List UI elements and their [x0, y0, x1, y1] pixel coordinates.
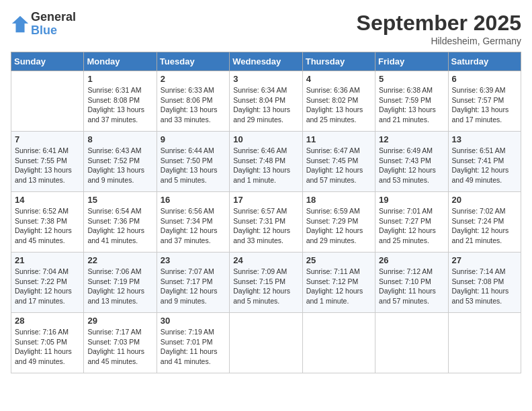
day-number: 28	[15, 316, 80, 326]
day-number: 5	[379, 74, 444, 84]
week-row-5: 28Sunrise: 7:16 AMSunset: 7:05 PMDayligh…	[11, 313, 521, 373]
week-row-2: 7Sunrise: 6:41 AMSunset: 7:55 PMDaylight…	[11, 132, 521, 192]
calendar-cell: 21Sunrise: 7:04 AMSunset: 7:22 PMDayligh…	[11, 253, 84, 313]
calendar-cell	[302, 313, 375, 373]
calendar-cell: 9Sunrise: 6:44 AMSunset: 7:50 PMDaylight…	[157, 132, 229, 192]
calendar-cell: 2Sunrise: 6:33 AMSunset: 8:06 PMDaylight…	[157, 71, 229, 132]
calendar-cell: 14Sunrise: 6:52 AMSunset: 7:38 PMDayligh…	[11, 192, 84, 253]
calendar-cell	[448, 313, 521, 373]
day-info: Sunrise: 6:56 AMSunset: 7:34 PMDaylight:…	[161, 206, 226, 246]
day-info: Sunrise: 7:16 AMSunset: 7:05 PMDaylight:…	[15, 327, 80, 367]
logo-text: General Blue	[31, 11, 76, 38]
calendar-cell: 12Sunrise: 6:49 AMSunset: 7:43 PMDayligh…	[375, 132, 448, 192]
day-number: 8	[87, 134, 152, 144]
day-number: 20	[452, 195, 517, 205]
day-number: 4	[306, 74, 371, 84]
day-number: 13	[452, 134, 517, 144]
day-info: Sunrise: 6:51 AMSunset: 7:41 PMDaylight:…	[452, 146, 517, 185]
day-info: Sunrise: 7:12 AMSunset: 7:10 PMDaylight:…	[379, 267, 444, 306]
day-number: 7	[15, 134, 80, 144]
day-info: Sunrise: 7:01 AMSunset: 7:27 PMDaylight:…	[379, 206, 444, 246]
calendar-cell: 16Sunrise: 6:56 AMSunset: 7:34 PMDayligh…	[157, 192, 229, 253]
day-info: Sunrise: 6:47 AMSunset: 7:45 PMDaylight:…	[306, 146, 371, 185]
calendar-cell	[375, 313, 448, 373]
calendar-cell: 10Sunrise: 6:46 AMSunset: 7:48 PMDayligh…	[230, 132, 302, 192]
calendar-cell: 8Sunrise: 6:43 AMSunset: 7:52 PMDaylight…	[84, 132, 157, 192]
day-number: 18	[306, 195, 371, 205]
day-info: Sunrise: 6:31 AMSunset: 8:08 PMDaylight:…	[87, 85, 152, 125]
day-info: Sunrise: 6:34 AMSunset: 8:04 PMDaylight:…	[233, 85, 298, 125]
calendar-cell: 25Sunrise: 7:11 AMSunset: 7:12 PMDayligh…	[302, 253, 375, 313]
day-number: 16	[161, 195, 226, 205]
day-number: 26	[379, 255, 444, 265]
calendar-cell: 7Sunrise: 6:41 AMSunset: 7:55 PMDaylight…	[11, 132, 84, 192]
day-info: Sunrise: 6:54 AMSunset: 7:36 PMDaylight:…	[87, 206, 152, 246]
day-info: Sunrise: 6:52 AMSunset: 7:38 PMDaylight:…	[15, 206, 80, 246]
header-cell-monday: Monday	[84, 52, 157, 71]
day-number: 14	[15, 195, 80, 205]
header-row: SundayMondayTuesdayWednesdayThursdayFrid…	[11, 52, 521, 71]
calendar-cell: 26Sunrise: 7:12 AMSunset: 7:10 PMDayligh…	[375, 253, 448, 313]
day-number: 27	[452, 255, 517, 265]
day-number: 21	[15, 255, 80, 265]
calendar-cell: 13Sunrise: 6:51 AMSunset: 7:41 PMDayligh…	[448, 132, 521, 192]
day-info: Sunrise: 6:41 AMSunset: 7:55 PMDaylight:…	[15, 146, 80, 185]
calendar-cell: 27Sunrise: 7:14 AMSunset: 7:08 PMDayligh…	[448, 253, 521, 313]
calendar-cell: 24Sunrise: 7:09 AMSunset: 7:15 PMDayligh…	[230, 253, 302, 313]
header-cell-tuesday: Tuesday	[157, 52, 229, 71]
day-number: 17	[233, 195, 298, 205]
calendar-cell: 29Sunrise: 7:17 AMSunset: 7:03 PMDayligh…	[84, 313, 157, 373]
day-info: Sunrise: 6:46 AMSunset: 7:48 PMDaylight:…	[233, 146, 298, 185]
location: Hildesheim, Germany	[357, 36, 521, 46]
week-row-4: 21Sunrise: 7:04 AMSunset: 7:22 PMDayligh…	[11, 253, 521, 313]
day-info: Sunrise: 6:38 AMSunset: 7:59 PMDaylight:…	[379, 85, 444, 125]
day-info: Sunrise: 6:36 AMSunset: 8:02 PMDaylight:…	[306, 85, 371, 125]
day-info: Sunrise: 6:43 AMSunset: 7:52 PMDaylight:…	[87, 146, 152, 185]
header-cell-wednesday: Wednesday	[230, 52, 302, 71]
day-info: Sunrise: 6:59 AMSunset: 7:29 PMDaylight:…	[306, 206, 371, 246]
calendar-cell: 11Sunrise: 6:47 AMSunset: 7:45 PMDayligh…	[302, 132, 375, 192]
day-info: Sunrise: 6:57 AMSunset: 7:31 PMDaylight:…	[233, 206, 298, 246]
day-number: 10	[233, 134, 298, 144]
calendar-cell: 19Sunrise: 7:01 AMSunset: 7:27 PMDayligh…	[375, 192, 448, 253]
calendar-cell: 17Sunrise: 6:57 AMSunset: 7:31 PMDayligh…	[230, 192, 302, 253]
day-number: 24	[233, 255, 298, 265]
calendar-header: SundayMondayTuesdayWednesdayThursdayFrid…	[11, 52, 521, 71]
month-title: September 2025	[357, 11, 521, 36]
day-info: Sunrise: 7:09 AMSunset: 7:15 PMDaylight:…	[233, 267, 298, 306]
calendar-cell	[230, 313, 302, 373]
day-info: Sunrise: 7:17 AMSunset: 7:03 PMDaylight:…	[87, 327, 152, 367]
day-info: Sunrise: 6:49 AMSunset: 7:43 PMDaylight:…	[379, 146, 444, 185]
day-info: Sunrise: 7:04 AMSunset: 7:22 PMDaylight:…	[15, 267, 80, 306]
day-info: Sunrise: 7:11 AMSunset: 7:12 PMDaylight:…	[306, 267, 371, 306]
svg-marker-0	[12, 16, 28, 32]
day-number: 12	[379, 134, 444, 144]
header-cell-friday: Friday	[375, 52, 448, 71]
calendar-body: 1Sunrise: 6:31 AMSunset: 8:08 PMDaylight…	[11, 71, 521, 373]
page-header: General Blue September 2025 Hildesheim, …	[11, 11, 521, 46]
day-number: 22	[87, 255, 152, 265]
week-row-3: 14Sunrise: 6:52 AMSunset: 7:38 PMDayligh…	[11, 192, 521, 253]
calendar-cell: 30Sunrise: 7:19 AMSunset: 7:01 PMDayligh…	[157, 313, 229, 373]
calendar-cell: 20Sunrise: 7:02 AMSunset: 7:24 PMDayligh…	[448, 192, 521, 253]
day-number: 29	[87, 316, 152, 326]
day-number: 1	[87, 74, 152, 84]
day-info: Sunrise: 6:33 AMSunset: 8:06 PMDaylight:…	[161, 85, 226, 125]
calendar-cell: 1Sunrise: 6:31 AMSunset: 8:08 PMDaylight…	[84, 71, 157, 132]
week-row-1: 1Sunrise: 6:31 AMSunset: 8:08 PMDaylight…	[11, 71, 521, 132]
day-number: 23	[161, 255, 226, 265]
day-number: 30	[161, 316, 226, 326]
day-info: Sunrise: 7:07 AMSunset: 7:17 PMDaylight:…	[161, 267, 226, 306]
logo-icon	[11, 15, 30, 34]
calendar-cell: 22Sunrise: 7:06 AMSunset: 7:19 PMDayligh…	[84, 253, 157, 313]
logo-general: General	[31, 11, 76, 24]
day-info: Sunrise: 6:44 AMSunset: 7:50 PMDaylight:…	[161, 146, 226, 185]
header-cell-thursday: Thursday	[302, 52, 375, 71]
day-number: 6	[452, 74, 517, 84]
calendar-cell: 4Sunrise: 6:36 AMSunset: 8:02 PMDaylight…	[302, 71, 375, 132]
day-info: Sunrise: 6:39 AMSunset: 7:57 PMDaylight:…	[452, 85, 517, 125]
day-number: 3	[233, 74, 298, 84]
day-info: Sunrise: 7:02 AMSunset: 7:24 PMDaylight:…	[452, 206, 517, 246]
calendar-cell: 5Sunrise: 6:38 AMSunset: 7:59 PMDaylight…	[375, 71, 448, 132]
calendar-cell: 28Sunrise: 7:16 AMSunset: 7:05 PMDayligh…	[11, 313, 84, 373]
